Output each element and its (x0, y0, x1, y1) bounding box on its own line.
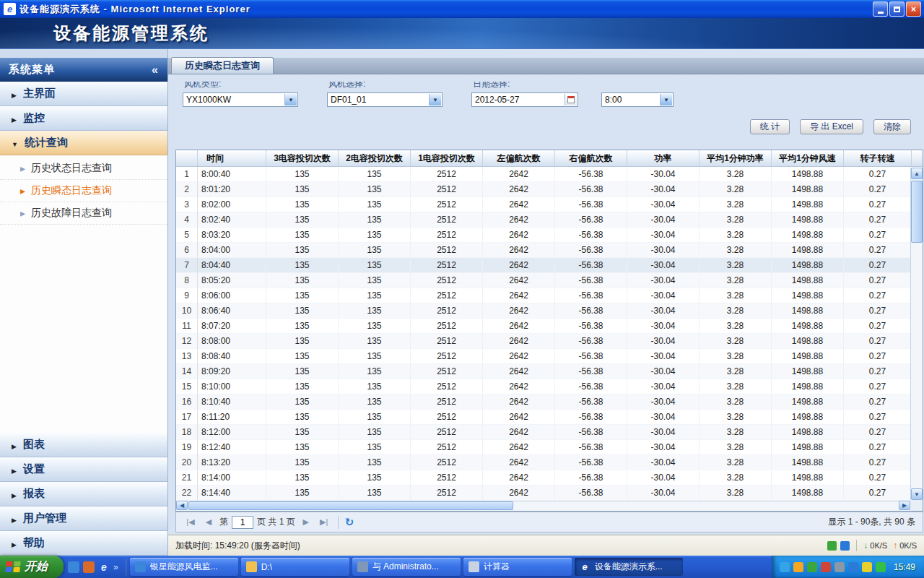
scroll-left-icon[interactable]: ◀ (176, 501, 188, 510)
quicklaunch-app-icon[interactable] (83, 561, 95, 573)
horizontal-scrollbar[interactable]: ◀ ▶ (176, 501, 910, 511)
column-header[interactable]: 转子转速 (844, 150, 912, 166)
statistics-button[interactable]: 统 计 (750, 119, 790, 134)
column-header[interactable]: 平均1分钟功率 (699, 150, 772, 166)
table-row[interactable]: 178:11:2013513525122642-56.38-30.043.281… (176, 410, 923, 425)
taskbar-task-button[interactable]: e 设备能源演示系... (575, 558, 683, 576)
table-cell: -56.38 (555, 197, 627, 212)
horizontal-scroll-thumb[interactable] (188, 501, 513, 510)
table-row[interactable]: 228:14:4013513525122642-56.38-30.043.281… (176, 486, 923, 501)
column-header[interactable]: 3电容投切次数 (266, 150, 339, 166)
fan-type-select[interactable]: YX1000KW (183, 92, 298, 107)
table-row[interactable]: 58:03:2013513525122642-56.38-30.043.2814… (176, 228, 923, 243)
sidebar-item[interactable]: 监控 (0, 106, 167, 131)
table-row[interactable]: 88:05:2013513525122642-56.38-30.043.2814… (176, 273, 923, 288)
sidebar-item[interactable]: 帮助 (0, 531, 167, 556)
sidebar-subitem[interactable]: 历史故障日志查询 (0, 202, 167, 225)
taskbar-task-button[interactable]: 计算器 (463, 558, 572, 576)
column-header[interactable]: 平均1分钟风速 (772, 150, 844, 166)
sidebar-item[interactable]: 用户管理 (0, 506, 167, 531)
quicklaunch-ie-icon[interactable]: e (98, 561, 110, 573)
scroll-right-icon[interactable]: ▶ (899, 501, 910, 510)
app-title: 设备能源管理系统 (53, 22, 209, 45)
last-page-icon[interactable]: ▶| (317, 515, 331, 529)
clear-button[interactable]: 清除 (873, 119, 911, 134)
tray-volume-icon[interactable] (876, 562, 886, 572)
tray-safety-icon[interactable] (807, 562, 817, 572)
table-row[interactable]: 138:08:4013513525122642-56.38-30.043.281… (176, 349, 923, 364)
tray-antivirus-icon[interactable] (821, 562, 831, 572)
sidebar-item[interactable]: 主界面 (0, 82, 167, 106)
table-row[interactable]: 18:00:4013513525122642-56.38-30.043.2814… (176, 167, 923, 182)
chevron-down-icon[interactable] (429, 94, 441, 105)
minimize-button[interactable] (873, 1, 888, 17)
table-cell: 2642 (483, 228, 555, 243)
table-row[interactable]: 118:07:2013513525122642-56.38-30.043.281… (176, 319, 923, 334)
table-row[interactable]: 98:06:0013513525122642-56.38-30.043.2814… (176, 288, 923, 303)
export-excel-button[interactable]: 导 出 Excel (800, 119, 863, 134)
sidebar-item-statistics[interactable]: 统计查询 (0, 131, 167, 155)
table-row[interactable]: 158:10:0013513525122642-56.38-30.043.281… (176, 379, 923, 394)
scroll-down-icon[interactable]: ▼ (911, 488, 923, 500)
quicklaunch-overflow-icon[interactable]: » (113, 562, 118, 572)
sidebar-item[interactable]: 设置 (0, 457, 167, 482)
table-row[interactable]: 218:14:0013513525122642-56.38-30.043.281… (176, 470, 923, 486)
table-cell: 135 (339, 379, 411, 394)
table-row[interactable]: 68:04:0013513525122642-56.38-30.043.2814… (176, 243, 923, 258)
table-row[interactable]: 188:12:0013513525122642-56.38-30.043.281… (176, 425, 923, 440)
scroll-up-icon[interactable]: ▲ (911, 168, 923, 179)
vertical-scrollbar[interactable]: ▲ ▼ (910, 168, 923, 500)
table-row[interactable]: 128:08:0013513525122642-56.38-30.043.281… (176, 334, 923, 349)
vertical-scroll-thumb[interactable] (911, 181, 923, 243)
table-row[interactable]: 28:01:2013513525122642-56.38-30.043.2814… (176, 182, 923, 197)
fan-select[interactable]: DF01_01 (327, 92, 443, 107)
sidebar-subitem[interactable]: 历史状态日志查询 (0, 158, 167, 180)
sidebar-subitem[interactable]: 历史瞬态日志查询 (0, 180, 167, 202)
first-page-icon[interactable]: |◀ (183, 515, 198, 529)
column-header[interactable]: 1电容投切次数 (411, 150, 483, 166)
close-button[interactable]: × (906, 1, 921, 17)
taskbar-task-button[interactable]: D:\ (241, 558, 349, 576)
row-number-cell: 3 (176, 197, 198, 212)
table-cell: 2512 (411, 288, 483, 303)
maximize-button[interactable] (889, 1, 905, 17)
chevron-down-icon[interactable] (660, 94, 672, 105)
taskbar-task-button[interactable]: 与 Administrato... (352, 558, 461, 576)
page-number-input[interactable] (232, 516, 253, 529)
column-header[interactable]: 右偏航次数 (555, 150, 627, 166)
time-select[interactable]: 8:00 (601, 92, 674, 107)
table-row[interactable]: 148:09:2013513525122642-56.38-30.043.281… (176, 364, 923, 379)
sidebar-item[interactable]: 图表 (0, 433, 167, 457)
column-header[interactable]: 时间 (198, 150, 266, 166)
tray-energy-icon[interactable] (862, 562, 872, 572)
column-header[interactable]: 2电容投切次数 (339, 150, 411, 166)
refresh-icon[interactable]: ↻ (345, 516, 354, 529)
calendar-icon[interactable] (565, 94, 577, 105)
window-titlebar[interactable]: 设备能源演示系统 - Microsoft Internet Explorer × (0, 0, 924, 18)
table-row[interactable]: 168:10:4013513525122642-56.38-30.043.281… (176, 394, 923, 410)
column-header[interactable]: 功率 (627, 150, 699, 166)
tray-input-method-icon[interactable] (834, 562, 845, 572)
chevron-down-icon[interactable] (284, 94, 297, 105)
sidebar-item[interactable]: 报表 (0, 482, 167, 506)
tray-download-icon[interactable] (793, 562, 803, 572)
table-row[interactable]: 48:02:4013513525122642-56.38-30.043.2814… (176, 212, 923, 228)
table-cell: 2512 (411, 197, 483, 212)
tray-network-icon[interactable] (848, 562, 858, 572)
prev-page-icon[interactable]: ◀ (201, 515, 216, 529)
tray-im-icon[interactable] (780, 562, 790, 572)
table-cell: 0.27 (844, 182, 912, 197)
table-row[interactable]: 108:06:4013513525122642-56.38-30.043.281… (176, 303, 923, 319)
table-row[interactable]: 208:13:2013513525122642-56.38-30.043.281… (176, 455, 923, 470)
quicklaunch-desktop-icon[interactable] (68, 561, 79, 573)
start-button[interactable]: 开始 (0, 556, 64, 578)
taskbar-task-button[interactable]: 银星能源风电监... (130, 558, 238, 576)
table-row[interactable]: 198:12:4013513525122642-56.38-30.043.281… (176, 440, 923, 455)
date-field[interactable]: 2012-05-27 (471, 92, 578, 107)
tab-history-transient-log[interactable]: 历史瞬态日志查询 (171, 57, 274, 74)
next-page-icon[interactable]: ▶ (299, 515, 313, 529)
column-header[interactable]: 左偏航次数 (483, 150, 555, 166)
table-row[interactable]: 38:02:0013513525122642-56.38-30.043.2814… (176, 197, 923, 212)
table-row[interactable]: 78:04:4013513525122642-56.38-30.043.2814… (176, 258, 923, 273)
sidebar-collapse-icon[interactable]: « (152, 64, 159, 77)
